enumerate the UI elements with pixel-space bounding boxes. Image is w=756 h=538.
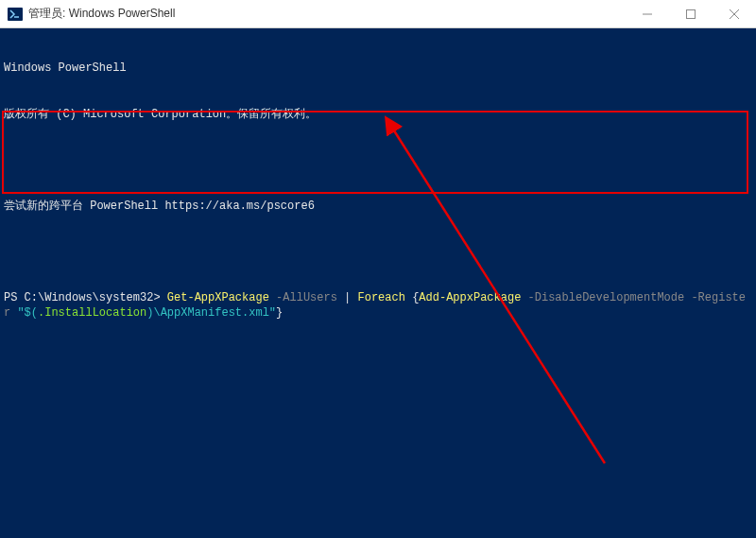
cmd-brace-close: } xyxy=(276,306,283,320)
cmd-installloc: .InstallLocation xyxy=(38,306,146,320)
cmd-foreach: Foreach xyxy=(358,291,405,304)
svg-rect-3 xyxy=(687,10,696,19)
cmd-addappx: Add-AppxPackage xyxy=(419,291,521,304)
terminal-pane[interactable]: Windows PowerShell 版权所有 (C) Microsoft Co… xyxy=(0,28,756,538)
cmd-manifest: )\AppXManifest.xml" xyxy=(146,306,276,320)
window-controls xyxy=(626,0,756,27)
window-title: 管理员: Windows PowerShell xyxy=(28,6,626,22)
minimize-button[interactable] xyxy=(626,0,669,28)
cmd-allusers: -AllUsers xyxy=(276,291,337,304)
window-titlebar: 管理员: Windows PowerShell xyxy=(0,0,756,28)
ps-try-new: 尝试新的跨平台 PowerShell https://aka.ms/pscore… xyxy=(4,199,752,214)
close-button[interactable] xyxy=(713,0,756,28)
command-line: PS C:\Windows\system32> Get-AppXPackage … xyxy=(4,290,752,321)
cmd-getappx: Get-AppXPackage xyxy=(167,291,269,304)
cmd-pipe: | xyxy=(344,291,351,304)
powershell-icon xyxy=(8,7,23,22)
ps-header-line1: Windows PowerShell xyxy=(4,61,752,76)
ps-header-line2: 版权所有 (C) Microsoft Corporation。保留所有权利。 xyxy=(4,107,752,122)
maximize-button[interactable] xyxy=(669,0,713,28)
ps-prompt: PS C:\Windows\system32> xyxy=(4,291,161,304)
cmd-disabledev: -DisableDevelopmentMode xyxy=(528,291,685,304)
cmd-subexpr-open: "$( xyxy=(17,306,38,320)
